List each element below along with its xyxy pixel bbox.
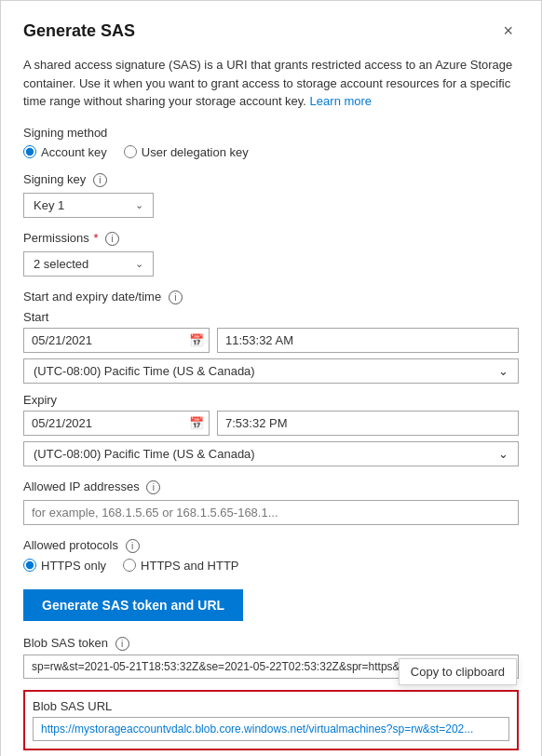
radio-https-http-label: HTTPS and HTTP [141, 559, 238, 573]
expiry-time-input[interactable] [217, 411, 519, 436]
blob-sas-url-section: Copy to clipboard Blob SAS URL [23, 690, 519, 750]
start-expiry-label: Start and expiry date/time i [23, 290, 519, 304]
start-calendar-icon[interactable]: 📅 [189, 333, 204, 347]
required-star: * [93, 231, 98, 245]
allowed-ip-section: Allowed IP addresses i [23, 479, 519, 525]
start-date-input[interactable] [23, 328, 210, 353]
signing-key-value: Key 1 [34, 198, 64, 212]
close-button[interactable]: × [497, 20, 519, 43]
signing-method-radio-group: Account key User delegation key [23, 145, 519, 159]
expiry-timezone-dropdown[interactable]: (UTC-08:00) Pacific Time (US & Canada) ⌄ [23, 441, 519, 466]
clipboard-popup[interactable]: Copy to clipboard [399, 658, 517, 685]
blob-sas-token-info-icon[interactable]: i [115, 637, 129, 651]
blob-sas-token-label: Blob SAS token i [23, 636, 519, 651]
signing-key-label: Signing key i [23, 172, 519, 187]
start-timezone-dropdown[interactable]: (UTC-08:00) Pacific Time (US & Canada) ⌄ [23, 358, 519, 384]
radio-user-delegation-key-label: User delegation key [142, 145, 249, 159]
generate-sas-dialog: Generate SAS × A shared access signature… [0, 0, 542, 756]
blob-sas-url-inner: Blob SAS URL [33, 699, 509, 741]
signing-method-section: Signing method Account key User delegati… [23, 126, 519, 159]
radio-account-key[interactable]: Account key [23, 145, 107, 159]
radio-account-key-label: Account key [41, 145, 107, 159]
allowed-protocols-section: Allowed protocols i HTTPS only HTTPS and… [23, 538, 519, 573]
expiry-datetime-row: 📅 [23, 411, 519, 436]
radio-https-only[interactable]: HTTPS only [23, 559, 106, 573]
radio-user-delegation-key[interactable]: User delegation key [124, 145, 249, 159]
allowed-ip-info-icon[interactable]: i [146, 480, 160, 494]
permissions-dropdown[interactable]: 2 selected ⌄ [23, 251, 154, 277]
expiry-calendar-icon[interactable]: 📅 [189, 416, 204, 430]
radio-user-delegation-key-input[interactable] [124, 145, 137, 158]
description-text: A shared access signature (SAS) is a URI… [23, 56, 519, 111]
learn-more-link[interactable]: Learn more [310, 94, 372, 108]
radio-account-key-input[interactable] [23, 145, 36, 158]
radio-https-only-label: HTTPS only [41, 559, 106, 573]
radio-https-only-input[interactable] [23, 559, 36, 572]
signing-key-dropdown[interactable]: Key 1 ⌄ [23, 193, 154, 218]
start-date-wrap: 📅 [23, 328, 210, 353]
permissions-value: 2 selected [34, 257, 88, 271]
start-datetime-row: 📅 [23, 328, 519, 353]
start-expiry-info-icon[interactable]: i [169, 290, 183, 304]
expiry-date-input[interactable] [23, 411, 210, 436]
signing-key-chevron-icon: ⌄ [135, 199, 143, 211]
start-timezone-chevron-icon: ⌄ [498, 364, 508, 378]
allowed-protocols-radio-group: HTTPS only HTTPS and HTTP [23, 559, 519, 573]
expiry-timezone-value: (UTC-08:00) Pacific Time (US & Canada) [34, 447, 255, 461]
start-sublabel: Start [23, 310, 519, 324]
permissions-label: Permissions * i [23, 231, 519, 246]
radio-https-http[interactable]: HTTPS and HTTP [123, 559, 238, 573]
allowed-protocols-info-icon[interactable]: i [126, 539, 140, 553]
start-time-input[interactable] [217, 328, 519, 353]
dialog-title: Generate SAS [23, 21, 135, 41]
expiry-sublabel: Expiry [23, 393, 519, 407]
permissions-info-icon[interactable]: i [105, 232, 119, 246]
radio-https-http-input[interactable] [123, 559, 136, 572]
signing-key-section: Signing key i Key 1 ⌄ [23, 172, 519, 218]
blob-sas-url-input[interactable] [33, 717, 509, 741]
dialog-header: Generate SAS × [23, 20, 519, 43]
permissions-section: Permissions * i 2 selected ⌄ [23, 231, 519, 277]
description-body: A shared access signature (SAS) is a URI… [23, 58, 512, 108]
expiry-date-wrap: 📅 [23, 411, 210, 436]
blob-sas-url-label: Blob SAS URL [33, 699, 509, 713]
allowed-ip-input[interactable] [23, 500, 519, 525]
generate-sas-button[interactable]: Generate SAS token and URL [23, 589, 243, 621]
allowed-protocols-label: Allowed protocols i [23, 538, 519, 553]
start-expiry-section: Start and expiry date/time i Start 📅 (UT… [23, 290, 519, 466]
clipboard-popup-label: Copy to clipboard [411, 665, 505, 679]
signing-key-info-icon[interactable]: i [93, 173, 107, 187]
start-timezone-value: (UTC-08:00) Pacific Time (US & Canada) [34, 364, 255, 378]
permissions-chevron-icon: ⌄ [135, 258, 143, 270]
signing-method-label: Signing method [23, 126, 519, 140]
allowed-ip-label: Allowed IP addresses i [23, 479, 519, 494]
expiry-timezone-chevron-icon: ⌄ [498, 447, 508, 461]
